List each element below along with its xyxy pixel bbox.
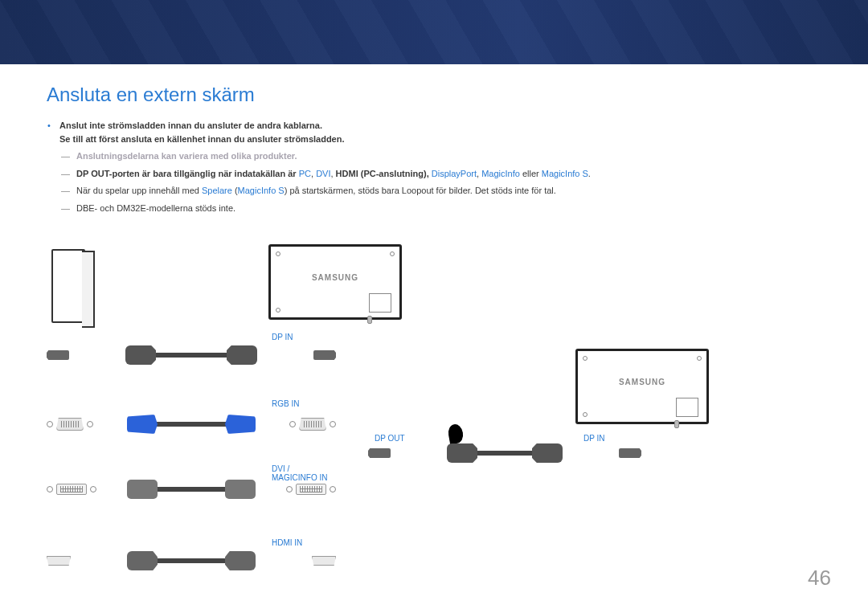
brand-label: SAMSUNG (578, 378, 706, 386)
dp-port-icon (313, 350, 336, 360)
label-hdmi-in: HDMI IN (272, 538, 302, 547)
dash-icon: ― (61, 149, 70, 163)
dvi-port-icon (296, 484, 326, 495)
source-device-icon (51, 249, 85, 323)
label-dp-out: DP OUT (375, 434, 405, 443)
note-dpout: DP OUT-porten är bara tillgänglig när in… (76, 167, 591, 181)
label-dp-in: DP IN (272, 333, 293, 341)
rgb-cable-row (47, 418, 336, 431)
dash-icon: ― (61, 167, 70, 181)
dvi-cable-row (47, 484, 336, 495)
dp-cable-icon (448, 451, 561, 456)
dp-cable-icon (127, 353, 256, 358)
hdmi-cable-row (47, 556, 336, 566)
hdmi-port-icon (47, 556, 71, 566)
dp-daisy-chain-row (368, 448, 641, 458)
dp-port-icon (368, 448, 391, 458)
note-vary: Anslutningsdelarna kan variera med olika… (76, 149, 297, 163)
connection-diagram: SAMSUNG SAMSUNG DP IN RGB IN DVI / MAGIC… (47, 249, 818, 578)
page-number: 46 (808, 566, 831, 591)
vga-port-icon (56, 418, 84, 431)
brand-label: SAMSUNG (271, 273, 399, 282)
label-rgb-in: RGB IN (272, 399, 299, 408)
label-dvi-magicinfo: DVI / MAGICINFO IN (272, 464, 327, 482)
hdmi-port-icon (312, 556, 336, 566)
dp-cable-row (47, 350, 336, 360)
teardrop-icon (447, 423, 465, 445)
vga-cable-icon (127, 422, 256, 427)
dvi-cable-icon (127, 487, 256, 492)
bullet-icon: • (47, 119, 51, 145)
page-title: Ansluta en extern skärm (47, 84, 868, 106)
monitor-2-icon: SAMSUNG (575, 349, 709, 424)
note-dbe: DBE- och DM32E-modellerna stöds inte. (76, 202, 235, 215)
warning-text-1: Anslut inte strömsladden innan du anslut… (59, 119, 345, 145)
body-text: • Anslut inte strömsladden innan du ansl… (47, 119, 802, 215)
warning-1: Anslut inte strömsladden innan du anslut… (59, 121, 322, 130)
dvi-port-icon (56, 484, 87, 495)
hdmi-cable-icon (127, 558, 256, 563)
dp-port-icon (619, 448, 641, 458)
header-band (0, 0, 868, 64)
dp-port-icon (47, 350, 69, 360)
warning-2: Se till att först ansluta en källenhet i… (59, 134, 345, 144)
label-dp-in-2: DP IN (583, 434, 605, 443)
vga-port-icon (299, 418, 326, 431)
monitor-1-icon: SAMSUNG (268, 244, 402, 320)
dash-icon: ― (61, 184, 70, 198)
dash-icon: ― (61, 202, 70, 215)
note-player: När du spelar upp innehåll med Spelare (… (76, 184, 556, 198)
